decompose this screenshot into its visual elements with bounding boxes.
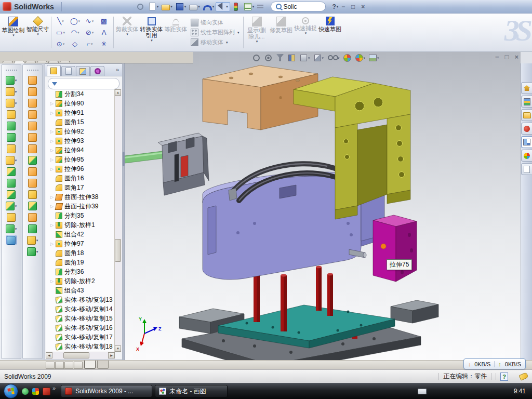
doc-close-button[interactable]: ×	[514, 53, 518, 61]
document-tab[interactable]	[84, 361, 96, 369]
view-tool-button[interactable]: ▾	[314, 54, 324, 62]
sketch-entity-button[interactable]: ╲ ▾	[54, 16, 68, 27]
start-button[interactable]	[4, 384, 18, 398]
expand-arrow-icon[interactable]: ▷	[50, 157, 56, 162]
view-tool-button[interactable]: ▾	[327, 54, 340, 61]
surface-toolbar-button[interactable]	[28, 144, 37, 153]
view-tool-button[interactable]	[252, 54, 261, 62]
feature-toolbar-button[interactable]	[7, 110, 16, 119]
toolbar-button[interactable]: ▾	[202, 3, 216, 11]
tray-icon[interactable]	[454, 388, 460, 395]
task-pane-tab[interactable]	[521, 96, 532, 108]
feature-tree-item[interactable]: ▷ 拉伸91	[46, 108, 115, 117]
menu-item[interactable]	[84, 5, 93, 9]
toolbar-button[interactable]	[135, 2, 147, 11]
feature-tree-item[interactable]: ▷ 切除-放样2	[46, 276, 115, 286]
doc-minimize-button[interactable]: −	[495, 53, 499, 61]
tray-icon[interactable]	[444, 388, 451, 395]
view-tool-button[interactable]	[264, 54, 273, 62]
taskbar-task[interactable]: 未命名 - 画图	[155, 385, 228, 397]
task-pane-tab[interactable]	[521, 82, 532, 94]
view-tool-button[interactable]: ▾	[369, 54, 379, 61]
close-button[interactable]: ×	[358, 3, 368, 10]
surface-toolbar-button[interactable]	[28, 121, 37, 130]
ribbon-button[interactable]: 镜向实体	[191, 19, 240, 26]
toolbar-button[interactable]: ▾	[242, 2, 256, 11]
feature-tree-item[interactable]: 分割36	[46, 267, 115, 276]
sketch-entity-button[interactable]: ✳	[97, 38, 111, 50]
tree-vertical-scrollbar[interactable]: ▲ ▼	[114, 89, 122, 352]
motion-nav-button[interactable]	[46, 362, 55, 369]
feature-tree-item[interactable]: ▷ 拉伸94	[46, 145, 115, 155]
surface-toolbar-button[interactable]	[28, 87, 37, 96]
sketch-entity-button[interactable]: ◠ ▾	[68, 27, 82, 38]
sketch-entity-button[interactable]: ◇	[68, 38, 82, 50]
scroll-left-icon[interactable]: ◀	[46, 352, 52, 358]
feature-toolbar-button[interactable]: ▾	[6, 75, 17, 85]
feature-toolbar-button[interactable]	[7, 121, 16, 130]
ribbon-tab[interactable]	[14, 61, 24, 63]
tray-icon[interactable]	[491, 388, 498, 395]
tray-icon[interactable]	[500, 388, 507, 395]
menu-item[interactable]	[93, 5, 102, 9]
motion-nav-button[interactable]	[55, 362, 64, 369]
ribbon-tab[interactable]	[3, 61, 13, 63]
menu-item[interactable]	[121, 5, 130, 9]
feature-tree-item[interactable]: ▷ 拉伸90	[46, 99, 115, 108]
feature-toolbar-button[interactable]	[7, 167, 16, 176]
doc-restore-button[interactable]: □	[505, 53, 509, 61]
sketch-entity-button[interactable]: ∿ ▾	[83, 16, 97, 27]
view-tool-button[interactable]	[276, 54, 284, 61]
panel-tab[interactable]	[90, 66, 104, 76]
surface-toolbar-button[interactable]	[28, 212, 37, 222]
feature-tree-item[interactable]: 实体-移动/复制18	[46, 342, 115, 351]
panel-expand-chevron[interactable]: »	[116, 66, 121, 74]
expand-arrow-icon[interactable]: ▷	[50, 242, 56, 246]
sketch-entity-button[interactable]: ▩	[97, 16, 111, 27]
feature-toolbar-button[interactable]	[7, 178, 16, 188]
feature-tree-item[interactable]: 实体-移动/复制13	[46, 295, 115, 304]
tray-icon[interactable]	[435, 388, 442, 395]
menu-item[interactable]	[102, 5, 112, 9]
tray-icon[interactable]	[463, 388, 470, 395]
feature-tree-item[interactable]: 圆角18	[46, 248, 115, 258]
scroll-down-icon[interactable]: ▼	[115, 345, 121, 352]
feature-tree-item[interactable]: 圆角17	[46, 183, 115, 192]
graphics-area[interactable]: Y Z X 拉伸75	[125, 52, 521, 360]
feature-tree-item[interactable]: 分割35	[46, 211, 115, 220]
task-pane-tab[interactable]	[521, 163, 532, 175]
help-button[interactable]: ?	[332, 3, 336, 10]
expand-arrow-icon[interactable]: ▷	[50, 101, 56, 106]
surface-toolbar-button[interactable]	[28, 110, 37, 119]
feature-tree-item[interactable]: ▷ 拉伸97	[46, 239, 115, 248]
ribbon-button[interactable]: 快速捕捉 ▾	[294, 15, 318, 50]
menu-item[interactable]	[74, 5, 84, 9]
view-tool-button[interactable]	[343, 54, 352, 62]
part-holder-gray[interactable]	[125, 133, 209, 195]
restore-button[interactable]: □	[348, 3, 358, 10]
feature-toolbar-button[interactable]: ▾	[6, 155, 17, 165]
ribbon-tab[interactable]	[48, 61, 59, 63]
quick-launch-icon[interactable]	[22, 388, 29, 395]
toolbar-button[interactable]: ▾	[188, 2, 202, 11]
toolbar-button[interactable]: ▾	[216, 2, 230, 11]
surface-toolbar-button[interactable]	[28, 224, 37, 233]
task-pane-tab[interactable]	[521, 123, 532, 135]
panel-tab[interactable]	[76, 66, 90, 76]
feature-tree-item[interactable]: ▷ 曲面-拉伸38	[46, 192, 115, 202]
sketch-entity-button[interactable]: ⊘ ▾	[83, 27, 97, 38]
sketch-entity-button[interactable]: ⊙ ▾	[54, 38, 68, 50]
feature-toolbar-button[interactable]	[7, 235, 16, 245]
task-pane-tab[interactable]	[521, 109, 532, 121]
panel-splitter[interactable]	[123, 63, 125, 360]
scroll-right-icon[interactable]: ▶	[108, 352, 115, 358]
sketch-entity-button[interactable]: ▭ ▾	[54, 27, 68, 38]
feature-tree-item[interactable]: 实体-移动/复制15	[46, 314, 115, 323]
feature-toolbar-button[interactable]: ▾	[6, 201, 17, 210]
feature-toolbar-button[interactable]: ▾	[6, 98, 17, 108]
feature-tree-item[interactable]: ▷ 拉伸93	[46, 136, 115, 145]
surface-toolbar-button[interactable]	[28, 75, 37, 85]
feature-tree-item[interactable]: 圆角19	[46, 258, 115, 267]
minimize-button[interactable]: −	[338, 3, 348, 10]
tag-icon[interactable]	[518, 372, 528, 381]
